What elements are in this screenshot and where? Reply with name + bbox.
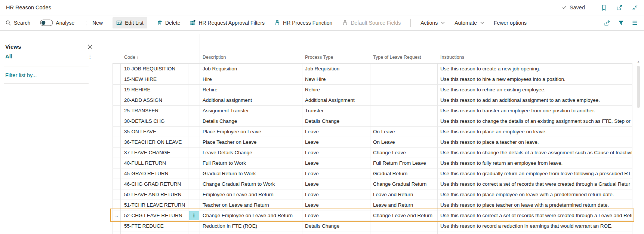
- row-select-cell[interactable]: [113, 179, 121, 189]
- cell-type-of-leave-request[interactable]: Gradual Return: [370, 168, 438, 179]
- cell-type-of-leave-request[interactable]: Leave and Return: [370, 200, 438, 210]
- cell-type-of-leave-request[interactable]: Change Leave And Return: [370, 210, 438, 221]
- choose-columns-icon[interactable]: [632, 20, 638, 26]
- cell-description[interactable]: Reduction in FTE (ROE): [200, 221, 302, 231]
- table-row[interactable]: →52-CHG LEAVE RETURN⋮Change Employee on …: [113, 210, 632, 221]
- cell-code[interactable]: 40-FULL RETURN: [121, 158, 188, 168]
- table-row[interactable]: 15-NEW HIREHireNew HireUse this reason t…: [113, 74, 632, 85]
- scroll-up-icon[interactable]: ▲: [636, 60, 641, 63]
- row-menu-cell[interactable]: [188, 74, 200, 85]
- cell-code[interactable]: 52-CHG LEAVE RETURN: [121, 210, 188, 221]
- search-button[interactable]: Search: [5, 20, 30, 26]
- row-menu-cell[interactable]: [188, 116, 200, 127]
- row-menu-cell[interactable]: [188, 158, 200, 168]
- row-select-cell[interactable]: [113, 158, 121, 168]
- table-row[interactable]: 36-TEACHER ON LEAVEPlace Teacher on Leav…: [113, 137, 632, 148]
- cell-instructions[interactable]: Use this reason to correct a set of reco…: [438, 210, 632, 221]
- new-button[interactable]: New: [84, 20, 103, 26]
- cell-description[interactable]: Change Gradual Return to Work: [200, 179, 302, 189]
- table-row[interactable]: 30-DETAILS CHGDetails ChangeDetails Chan…: [113, 116, 632, 127]
- cell-process-type[interactable]: [302, 231, 370, 234]
- table-row[interactable]: 55-FTE REDUCEReduction in FTE (ROE)Detai…: [113, 221, 632, 231]
- edit-list-button[interactable]: Edit List: [113, 17, 147, 28]
- cell-code[interactable]: 50-LEAVE AND RETURN: [121, 189, 188, 200]
- row-select-cell[interactable]: [113, 74, 121, 85]
- cell-process-type[interactable]: Leave: [302, 200, 370, 210]
- cell-code[interactable]: 25-TRANSFER: [121, 106, 188, 116]
- row-select-cell[interactable]: [113, 64, 121, 74]
- analyse-toggle[interactable]: Analyse: [40, 19, 74, 26]
- table-row[interactable]: [113, 231, 632, 234]
- table-row[interactable]: 50-LEAVE AND RETURNEmployee on Leave and…: [113, 189, 632, 200]
- cell-instructions[interactable]: Use this reason to transfer an employee …: [438, 106, 632, 116]
- cell-process-type[interactable]: Leave: [302, 127, 370, 137]
- column-header-type-of-leave-request[interactable]: Type of Leave Request: [370, 55, 438, 60]
- cell-instructions[interactable]: Use this reason to place employee on lea…: [438, 189, 632, 200]
- vertical-scrollbar[interactable]: ▲: [636, 59, 641, 234]
- collapse-icon[interactable]: [632, 4, 638, 11]
- cell-type-of-leave-request[interactable]: Leave and Return: [370, 189, 438, 200]
- cell-process-type[interactable]: Leave: [302, 168, 370, 179]
- filter-icon[interactable]: [618, 20, 624, 26]
- row-menu-cell[interactable]: [188, 189, 200, 200]
- table-row[interactable]: 40-FULL RETURNFull Return to WorkLeaveFu…: [113, 158, 632, 168]
- cell-instructions[interactable]: Use this reason to create a new job open…: [438, 64, 632, 74]
- delete-button[interactable]: Delete: [157, 20, 180, 26]
- row-select-cell[interactable]: [113, 221, 121, 231]
- table-row[interactable]: 37-LEAVE CHANGELeave Details ChangeLeave…: [113, 148, 632, 158]
- open-in-window-icon[interactable]: [616, 4, 623, 11]
- cell-description[interactable]: Details Change: [200, 116, 302, 127]
- cell-type-of-leave-request[interactable]: [370, 74, 438, 85]
- cell-code[interactable]: 15-NEW HIRE: [121, 74, 188, 85]
- row-menu-cell[interactable]: [188, 231, 200, 234]
- cell-description[interactable]: Change Employee on Leave and Return: [200, 210, 302, 221]
- cell-process-type[interactable]: Leave: [302, 179, 370, 189]
- cell-process-type[interactable]: Transfer: [302, 106, 370, 116]
- cell-type-of-leave-request[interactable]: On Leave: [370, 137, 438, 148]
- cell-description[interactable]: Rehire: [200, 85, 302, 95]
- row-select-cell[interactable]: [113, 127, 121, 137]
- automate-menu[interactable]: Automate: [455, 20, 484, 26]
- row-menu-cell[interactable]: [188, 95, 200, 106]
- cell-description[interactable]: Place Employee on Leave: [200, 127, 302, 137]
- cell-code[interactable]: 35-ON LEAVE: [121, 127, 188, 137]
- cell-code[interactable]: 46-CHG GRAD RETURN: [121, 179, 188, 189]
- cell-description[interactable]: Hire: [200, 74, 302, 85]
- cell-description[interactable]: Job Requisition: [200, 64, 302, 74]
- cell-process-type[interactable]: Additional Assignment: [302, 95, 370, 106]
- cell-code[interactable]: 19-REHIRE: [121, 85, 188, 95]
- row-select-cell[interactable]: [113, 106, 121, 116]
- row-select-cell[interactable]: [113, 116, 121, 127]
- cell-type-of-leave-request[interactable]: On Leave: [370, 127, 438, 137]
- cell-type-of-leave-request[interactable]: [370, 106, 438, 116]
- cell-code[interactable]: 51-TCHR LEAVE RETURN: [121, 200, 188, 210]
- row-menu-cell[interactable]: ⋮: [188, 210, 200, 221]
- cell-instructions[interactable]: Use this reason to add an additional ass…: [438, 95, 632, 106]
- row-menu-cell[interactable]: [188, 64, 200, 74]
- cell-description[interactable]: [200, 231, 302, 234]
- cell-process-type[interactable]: Rehire: [302, 85, 370, 95]
- cell-instructions[interactable]: Use this reason to change the details of…: [438, 116, 632, 127]
- cell-code[interactable]: 30-DETAILS CHG: [121, 116, 188, 127]
- hr-request-approval-filters-button[interactable]: HR Request Approval Filters: [190, 20, 265, 26]
- cell-instructions[interactable]: Use this reason to fully return an emplo…: [438, 158, 632, 168]
- cell-process-type[interactable]: Leave: [302, 148, 370, 158]
- hr-process-function-button[interactable]: HR Process Function: [274, 20, 332, 26]
- cell-code[interactable]: 37-LEAVE CHANGE: [121, 148, 188, 158]
- row-select-cell[interactable]: [113, 231, 121, 234]
- table-row[interactable]: 35-ON LEAVEPlace Employee on LeaveLeaveO…: [113, 127, 632, 137]
- row-select-cell[interactable]: [113, 85, 121, 95]
- fewer-options-button[interactable]: Fewer options: [494, 20, 527, 26]
- table-row[interactable]: 45-GRAD RETURNGradual Return to WorkLeav…: [113, 168, 632, 179]
- row-menu-cell[interactable]: [188, 148, 200, 158]
- table-row[interactable]: 10-JOB REQUISITIONJob RequisitionJob Req…: [113, 64, 632, 74]
- table-row[interactable]: 20-ADD ASSIGNAdditional assignmentAdditi…: [113, 95, 632, 106]
- column-header-instructions[interactable]: Instructions: [438, 55, 632, 60]
- row-menu-cell[interactable]: [188, 179, 200, 189]
- table-row[interactable]: 46-CHG GRAD RETURNChange Gradual Return …: [113, 179, 632, 189]
- cell-process-type[interactable]: Leave: [302, 158, 370, 168]
- cell-type-of-leave-request[interactable]: [370, 221, 438, 231]
- cell-description[interactable]: Employee on Leave and Return: [200, 189, 302, 200]
- cell-description[interactable]: Leave Details Change: [200, 148, 302, 158]
- cell-description[interactable]: Assignment Transfer: [200, 106, 302, 116]
